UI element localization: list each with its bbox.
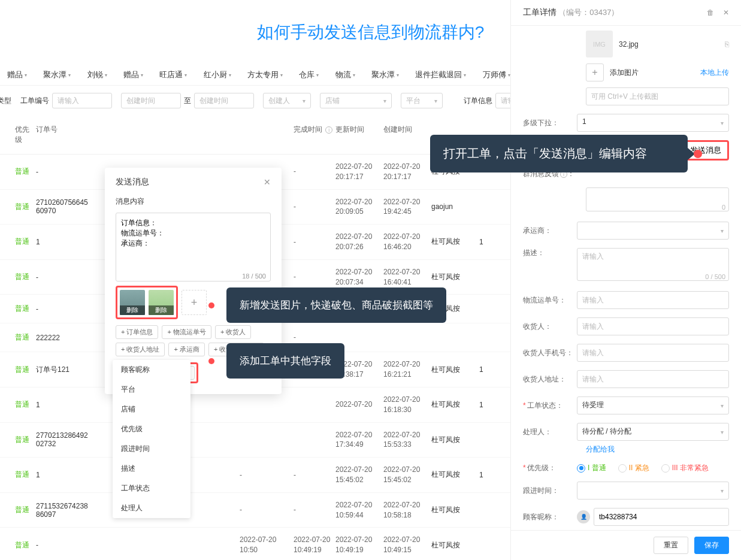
feedback-textarea[interactable] [586, 187, 729, 211]
paste-input[interactable] [586, 87, 729, 105]
creator-cell: 杜可凤按 [431, 272, 479, 282]
close-icon[interactable]: ✕ [264, 177, 271, 187]
shop-select[interactable]: 店铺 [320, 93, 392, 108]
order-cell: 订单号121 [36, 365, 90, 375]
tag-tracking[interactable]: 物流运单号 [162, 325, 211, 339]
nav-item[interactable]: 聚水潭 [364, 69, 406, 80]
time-cell: 2022-07-2010:50 [240, 535, 288, 555]
save-button[interactable]: 保存 [694, 537, 729, 554]
tag-carrier[interactable]: 承运商 [168, 343, 204, 356]
wo-label: 工单编号 [20, 96, 49, 106]
dot-icon [208, 302, 214, 308]
close-icon[interactable]: ✕ [723, 8, 729, 17]
creator-cell: 杜可凤按 [431, 435, 479, 445]
follow-select[interactable] [577, 482, 729, 500]
nav-item[interactable]: 赠品 [116, 69, 150, 80]
callout-images: 新增发送图片，快递破包、商品破损截图等 [226, 287, 446, 323]
handler-select[interactable]: 待分配 / 待分配 [577, 423, 729, 441]
update-cell: 2022-07-2015:45:02 [335, 465, 383, 485]
receiver-input[interactable] [577, 317, 729, 335]
file-thumb[interactable]: IMG [586, 31, 613, 57]
add-image-button[interactable]: + [182, 290, 207, 315]
feedback-counter: 0 [722, 204, 725, 211]
radio-urgent[interactable]: II 紧急 [618, 463, 649, 473]
message-textarea[interactable] [116, 213, 271, 281]
local-upload-link[interactable]: 本地上传 [700, 68, 729, 78]
dropdown-item[interactable]: 描述 [113, 459, 190, 479]
priority-cell: 普通 [0, 399, 36, 410]
assign-me-link[interactable]: 分配给我 [586, 444, 729, 455]
file-link-icon[interactable]: ⎘ [725, 40, 729, 49]
multi-select[interactable]: 1 [577, 114, 729, 132]
time-to-input[interactable] [194, 93, 254, 108]
delete-overlay[interactable]: 删除 [120, 305, 145, 315]
dropdown-item[interactable]: 顾客昵称 [113, 360, 190, 380]
desc-counter: 0 / 500 [705, 273, 725, 280]
desc-label: 描述： [523, 248, 577, 258]
tracking-input[interactable] [577, 291, 729, 309]
image-thumb[interactable]: 删除 [149, 290, 174, 315]
dropdown-item[interactable]: 优先级 [113, 419, 190, 439]
update-cell: 2022-07-2020:07:34 [335, 267, 383, 287]
phone-input[interactable] [577, 344, 729, 362]
image-thumb[interactable]: 删除 [120, 290, 145, 315]
priority-cell: 普通 [0, 304, 36, 314]
nav-item[interactable]: 旺店通 [152, 69, 194, 80]
radio-very-urgent[interactable]: III 非常紧急 [661, 463, 709, 473]
nav-item[interactable]: 聚水潭 [36, 69, 78, 80]
dropdown-item[interactable]: 跟进时间 [113, 439, 190, 459]
sidebar-title: 工单详情 [523, 7, 556, 17]
wo-input[interactable] [52, 93, 112, 108]
type-cell: 1 [479, 401, 509, 409]
nickname-input[interactable] [594, 508, 729, 526]
tag-address[interactable]: 收货人地址 [116, 343, 165, 356]
complete-cell: - [288, 470, 335, 480]
info-icon: i [325, 126, 332, 134]
tag-order-info[interactable]: 订单信息 [116, 325, 158, 339]
creator-cell: 杜可凤按 [431, 505, 479, 515]
status-select[interactable]: 待受理 [577, 396, 729, 414]
nav-item[interactable]: 退件拦截退回 [408, 69, 473, 80]
create-cell: 2022-07-2016:40:41 [383, 267, 431, 287]
creator-cell: 杜可凤按 [431, 399, 479, 410]
nav-item[interactable]: 仓库 [292, 69, 326, 80]
reset-button[interactable]: 重置 [654, 537, 688, 554]
delete-overlay[interactable]: 删除 [149, 305, 174, 315]
time-cell: - [240, 505, 288, 515]
priority-cell: 普通 [0, 470, 36, 480]
priority-cell: 普通 [0, 237, 36, 247]
nav-item[interactable]: 方太专用 [240, 69, 290, 80]
dropdown-item[interactable]: 店铺 [113, 399, 190, 419]
multi-label: 多级下拉： [523, 118, 577, 128]
field-dropdown: 顾客昵称 平台 店铺 优先级 跟进时间 描述 工单状态 处理人 [113, 360, 190, 518]
order-cell: 277021328649202732 [36, 431, 90, 448]
nav-item[interactable]: 物流 [328, 69, 362, 80]
dropdown-item[interactable]: 平台 [113, 380, 190, 399]
content-label: 消息内容 [116, 196, 271, 207]
nav-item[interactable]: 刘锐 [80, 69, 114, 80]
create-cell: 2022-07-2010:58:18 [383, 500, 431, 520]
update-cell: 2022-07-2010:49:19 [335, 535, 383, 555]
callout-main: 打开工单，点击「发送消息」编辑内容 [430, 135, 688, 172]
complete-cell: 2022-07-2010:49:19 [288, 535, 335, 555]
dropdown-item[interactable]: 处理人 [113, 498, 190, 518]
trash-icon[interactable]: 🗑 [707, 8, 714, 17]
platform-select[interactable]: 平台 [401, 93, 443, 108]
radio-normal[interactable]: I 普通 [577, 463, 606, 473]
nav-item[interactable]: 红小厨 [196, 69, 238, 80]
address-input[interactable] [577, 370, 729, 388]
update-cell: 2022-07-2020:07:26 [335, 232, 383, 252]
dot-icon [208, 358, 214, 364]
nav-item[interactable]: 赠品 [0, 69, 34, 80]
time-from-input[interactable] [121, 93, 181, 108]
creator-select[interactable]: 创建人 [263, 93, 311, 108]
carrier-select[interactable] [577, 222, 729, 240]
dropdown-item[interactable]: 工单状态 [113, 479, 190, 498]
nickname-label: 顾客昵称： [523, 512, 577, 522]
handler-label: 处理人： [523, 427, 577, 437]
order-cell: 271026075664560970 [36, 198, 90, 215]
address-label: 收货人地址： [523, 374, 577, 385]
complete-cell: - [288, 332, 335, 343]
tag-receiver[interactable]: 收货人 [215, 325, 251, 339]
add-image-button[interactable]: + [586, 63, 604, 81]
